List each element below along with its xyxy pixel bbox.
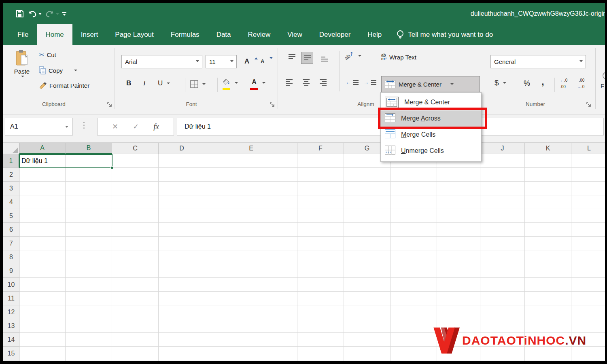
- cell-L2[interactable]: [571, 168, 605, 182]
- cell-B5[interactable]: [66, 209, 112, 223]
- italic-button[interactable]: I: [143, 79, 146, 87]
- cancel-icon[interactable]: ✕: [112, 122, 118, 131]
- cell-G4[interactable]: [344, 195, 391, 209]
- cell-F14[interactable]: [297, 333, 344, 347]
- cell-A16[interactable]: [19, 360, 66, 361]
- cell-J8[interactable]: [480, 250, 525, 264]
- cell-F13[interactable]: [297, 319, 344, 333]
- cell-J7[interactable]: [480, 237, 525, 250]
- cell-G13[interactable]: [344, 319, 391, 333]
- merge-and-center-dropdown-icon[interactable]: [450, 83, 454, 85]
- tab-page-layout[interactable]: Page Layout: [106, 24, 162, 45]
- accounting-dropdown-icon[interactable]: [503, 82, 506, 84]
- cell-G15[interactable]: [344, 347, 391, 360]
- cell-K9[interactable]: [525, 264, 571, 278]
- cell-D14[interactable]: [159, 333, 205, 347]
- cell-L6[interactable]: [571, 223, 605, 237]
- cell-H5[interactable]: [391, 209, 437, 223]
- cell-I11[interactable]: [437, 292, 480, 305]
- tab-insert[interactable]: Insert: [72, 24, 107, 45]
- column-header-D[interactable]: D: [159, 143, 205, 154]
- cell-I16[interactable]: [437, 360, 480, 361]
- cell-F7[interactable]: [297, 237, 344, 250]
- tab-home[interactable]: Home: [37, 24, 72, 45]
- cell-G3[interactable]: [344, 182, 391, 195]
- tab-help[interactable]: Help: [359, 24, 390, 45]
- cell-E1[interactable]: [205, 154, 297, 168]
- cell-J2[interactable]: [480, 168, 525, 182]
- cell-L10[interactable]: [571, 278, 605, 292]
- cell-A14[interactable]: [19, 333, 66, 347]
- row-header-8[interactable]: 8: [3, 250, 19, 264]
- cell-D4[interactable]: [159, 195, 205, 209]
- cell-G7[interactable]: [344, 237, 391, 250]
- column-header-F[interactable]: F: [297, 143, 344, 154]
- column-header-B[interactable]: B: [66, 143, 112, 154]
- cell-H15[interactable]: [391, 347, 437, 360]
- underline-button[interactable]: U: [158, 79, 170, 87]
- row-header-1[interactable]: 1: [3, 154, 19, 168]
- menu-item-merge-cells[interactable]: Merge Cells: [381, 127, 481, 143]
- select-all-corner[interactable]: [3, 143, 19, 154]
- accounting-format-button[interactable]: $: [495, 78, 506, 87]
- cell-L8[interactable]: [571, 250, 605, 264]
- cell-B2[interactable]: [66, 168, 112, 182]
- row-header-16[interactable]: [3, 360, 19, 361]
- cell-B9[interactable]: [66, 264, 112, 278]
- cell-C13[interactable]: [112, 319, 159, 333]
- cell-L11[interactable]: [571, 292, 605, 305]
- cell-J5[interactable]: [480, 209, 525, 223]
- orientation-button[interactable]: ab↗: [344, 53, 361, 59]
- cell-J10[interactable]: [480, 278, 525, 292]
- font-size-dropdown-icon[interactable]: [230, 60, 233, 62]
- cell-K16[interactable]: [525, 360, 571, 361]
- cell-H13[interactable]: [391, 319, 437, 333]
- cell-G16[interactable]: [344, 360, 391, 361]
- cell-I2[interactable]: [437, 168, 480, 182]
- row-header-3[interactable]: 3: [3, 182, 19, 195]
- tell-me-box[interactable]: Tell me what you want to do: [390, 24, 493, 45]
- cell-B13[interactable]: [66, 319, 112, 333]
- cell-J1[interactable]: [480, 154, 525, 168]
- format-painter-button[interactable]: Format Painter: [39, 82, 89, 89]
- cell-H2[interactable]: [391, 168, 437, 182]
- cell-C16[interactable]: [112, 360, 159, 361]
- cell-J6[interactable]: [480, 223, 525, 237]
- cell-J4[interactable]: [480, 195, 525, 209]
- cell-B1[interactable]: [66, 154, 112, 168]
- cell-J3[interactable]: [480, 182, 525, 195]
- name-box[interactable]: A1: [5, 118, 73, 135]
- cell-B6[interactable]: [66, 223, 112, 237]
- cell-L9[interactable]: [571, 264, 605, 278]
- cell-E12[interactable]: [205, 305, 297, 319]
- row-header-11[interactable]: 11: [3, 292, 19, 305]
- grow-font-button[interactable]: A: [244, 57, 255, 66]
- cell-A12[interactable]: [19, 305, 66, 319]
- cell-B7[interactable]: [66, 237, 112, 250]
- row-header-2[interactable]: 2: [3, 168, 19, 182]
- menu-item-merge-across[interactable]: Merge Across: [381, 110, 481, 127]
- cell-H11[interactable]: [391, 292, 437, 305]
- cell-C5[interactable]: [112, 209, 159, 223]
- cell-F1[interactable]: [297, 154, 344, 168]
- cell-H10[interactable]: [391, 278, 437, 292]
- cell-A15[interactable]: [19, 347, 66, 360]
- formula-bar-resizer[interactable]: [83, 122, 85, 129]
- cell-E8[interactable]: [205, 250, 297, 264]
- column-header-K[interactable]: K: [525, 143, 571, 154]
- cell-B14[interactable]: [66, 333, 112, 347]
- cell-F2[interactable]: [297, 168, 344, 182]
- cell-B11[interactable]: [66, 292, 112, 305]
- cell-B4[interactable]: [66, 195, 112, 209]
- row-header-7[interactable]: 7: [3, 237, 19, 250]
- cell-J11[interactable]: [480, 292, 525, 305]
- cell-F15[interactable]: [297, 347, 344, 360]
- save-icon[interactable]: [14, 7, 26, 21]
- cell-E7[interactable]: [205, 237, 297, 250]
- name-box-dropdown-icon[interactable]: [65, 126, 68, 128]
- cell-E6[interactable]: [205, 223, 297, 237]
- cell-C9[interactable]: [112, 264, 159, 278]
- number-format-dropdown-icon[interactable]: [579, 60, 583, 62]
- cell-J16[interactable]: [480, 360, 525, 361]
- copy-dropdown-icon[interactable]: [74, 70, 77, 71]
